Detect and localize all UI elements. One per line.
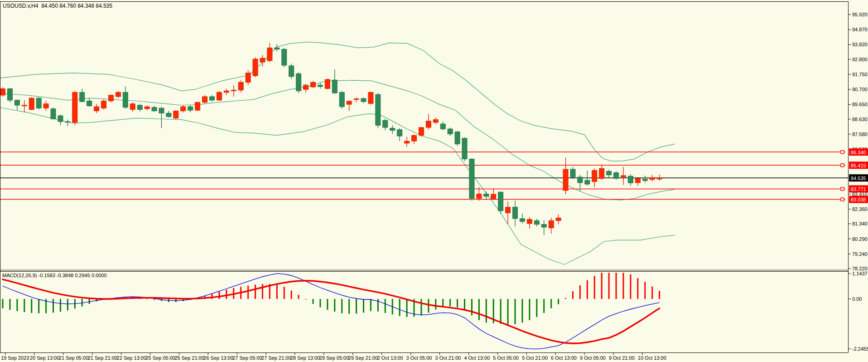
candle-bear <box>51 109 56 119</box>
macd-tick-label: -2.2455 <box>852 346 868 352</box>
macd-hist-bar-negative <box>435 299 436 309</box>
macd-hist-bar-negative <box>457 299 458 308</box>
level-line-handle[interactable] <box>841 164 844 167</box>
candle-bear <box>339 92 344 107</box>
price-tick-label: 90.700 <box>852 87 868 92</box>
macd-hist-bar-positive <box>622 273 624 299</box>
macd-hist-bar-negative <box>449 299 451 306</box>
level-line-handle[interactable] <box>841 151 844 154</box>
macd-tick-label: 0.00 <box>852 296 862 302</box>
macd-hist-bar-positive <box>651 287 653 299</box>
candle-bear <box>455 132 460 144</box>
macd-hist-bar-negative <box>154 299 155 300</box>
candle-bear <box>376 94 381 125</box>
candle-bear <box>159 108 164 113</box>
candle-bull <box>43 104 48 108</box>
time-tick-label: 3 Oct 05:00 <box>406 355 432 361</box>
level-badge-label: 85.419 <box>851 163 866 168</box>
macd-hist-bar-positive <box>255 284 256 299</box>
candle-bull <box>130 104 135 110</box>
macd-hist-bar-negative <box>334 299 335 312</box>
candle-bull <box>108 95 113 101</box>
macd-hist-bar-positive <box>644 282 646 299</box>
candle-bull <box>621 176 626 177</box>
candle-bull <box>325 79 330 88</box>
candle-bull <box>310 82 315 87</box>
macd-hist-bar-positive <box>637 278 638 299</box>
macd-hist-bar-positive <box>262 284 263 299</box>
candle-bull <box>195 103 200 110</box>
time-tick-label: 29 Sep 21:00 <box>348 355 378 361</box>
candle-bear <box>462 138 467 159</box>
level-line-handle[interactable] <box>841 198 844 201</box>
candle-bear <box>484 194 489 196</box>
macd-hist-bar-negative <box>515 299 516 324</box>
macd-hist-bar-positive <box>594 276 595 299</box>
candle-bear <box>318 85 323 87</box>
candle-bull <box>549 220 554 228</box>
time-tick-label: 6 Oct 13:00 <box>551 355 577 361</box>
candle-bull <box>412 135 417 141</box>
candle-bull <box>217 92 222 100</box>
price-tick-label: 82.360 <box>852 206 868 212</box>
candle-bull <box>368 92 373 103</box>
macd-indicator-label: MACD(12,26,9) -0.1583 -0.3848 0.2945 0.0… <box>2 273 107 278</box>
candle-bull <box>477 194 482 199</box>
price-chart-canvas[interactable]: 95.92094.87093.82092.80091.75090.70089.6… <box>0 0 868 362</box>
macd-hist-bar-positive <box>659 291 660 299</box>
candle-bear <box>188 107 193 110</box>
candle-bear <box>570 169 575 177</box>
candle-bear <box>65 122 70 122</box>
macd-hist-bar-negative <box>312 299 313 304</box>
candle-bull <box>527 220 532 224</box>
candle-bear <box>642 179 647 181</box>
candle-bull <box>246 73 251 83</box>
time-tick-label: 5 Oct 05:00 <box>493 355 519 361</box>
candle-bear <box>166 113 171 117</box>
candle-bear <box>152 108 157 111</box>
macd-hist-bar-negative <box>420 299 422 315</box>
time-tick-label: 21 Sep 05:00 <box>59 355 88 361</box>
candle-bear <box>520 219 525 221</box>
level-line-handle[interactable] <box>841 187 844 191</box>
level-badge-label: 83.038 <box>851 197 866 202</box>
macd-hist-bar-positive <box>298 295 299 299</box>
macd-hist-bar-positive <box>572 291 574 299</box>
candle-bear <box>383 120 388 127</box>
macd-hist-bar-positive <box>601 273 603 299</box>
candle-bull <box>657 178 662 179</box>
candle-bull <box>22 105 27 106</box>
macd-hist-bar-negative <box>348 299 350 314</box>
macd-hist-bar-negative <box>2 299 4 308</box>
candle-bear <box>607 171 612 175</box>
macd-hist-bar-negative <box>327 299 328 310</box>
symbol-ohlc-title: USOUSD.v,H4 84.450 84.760 84.348 84.535 <box>3 3 112 9</box>
time-tick-label: 22 Sep 13:00 <box>117 355 146 361</box>
candle-bull <box>433 120 438 122</box>
macd-hist-bar-negative <box>536 299 537 317</box>
candle-bull <box>145 107 149 109</box>
candle-bear <box>397 130 402 136</box>
candle-bull <box>94 107 99 111</box>
time-tick-label: 27 Sep 05:00 <box>232 355 262 361</box>
candle-bull <box>491 194 496 199</box>
time-tick-label: 3 Oct 21:00 <box>435 355 461 361</box>
candle-bear <box>87 101 92 106</box>
macd-hist-bar-negative <box>31 299 32 313</box>
candle-bull <box>0 89 5 95</box>
macd-hist-bar-negative <box>478 299 480 320</box>
candle-bull <box>72 92 77 122</box>
time-tick-label: 27 Sep 21:00 <box>261 355 291 361</box>
time-tick-label: 19 Sep 2023 <box>1 355 29 361</box>
candle-bear <box>448 129 453 134</box>
candle-bull <box>304 85 309 89</box>
candle-bull <box>260 58 265 62</box>
candle-bull <box>116 92 121 96</box>
candle-bull <box>267 48 272 60</box>
price-tick-label: 89.650 <box>852 102 868 107</box>
macd-hist-bar-positive <box>616 273 617 299</box>
candle-bear <box>534 220 539 224</box>
candle-bull <box>174 111 178 118</box>
macd-hist-bar-negative <box>16 299 18 311</box>
chart-background <box>0 0 868 362</box>
